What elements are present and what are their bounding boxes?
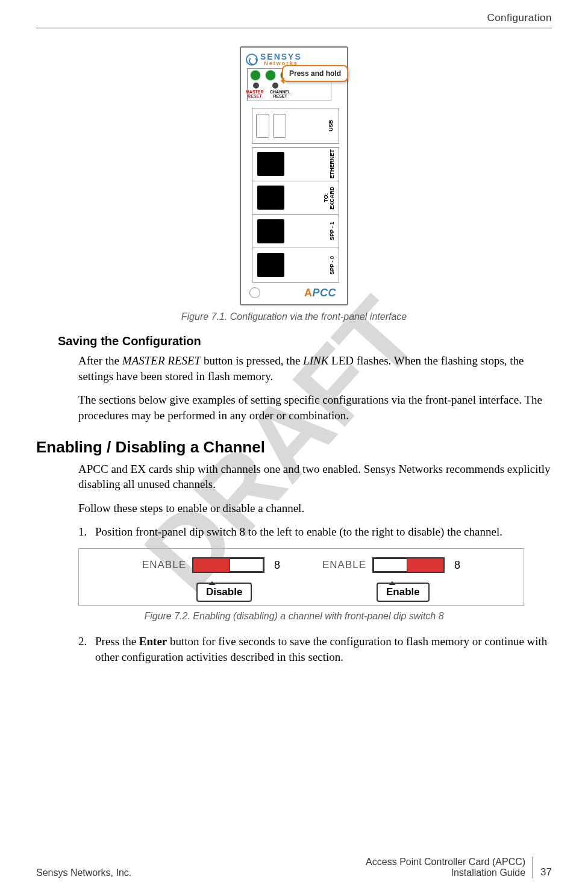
heading-enable-disable: Enabling / Disabling a Channel	[36, 438, 552, 457]
page-footer: Sensys Networks, Inc. Access Point Contr…	[36, 857, 552, 878]
enable-label: ENABLE	[142, 559, 186, 571]
spp0-port[interactable]	[257, 253, 284, 277]
mounting-hole-icon	[249, 287, 260, 298]
footer-doc-title: Access Point Controller Card (APCC)	[366, 857, 525, 867]
switch-number: 8	[274, 559, 280, 572]
led-indicator	[251, 70, 260, 80]
paragraph: Follow these steps to enable or disable …	[78, 501, 552, 516]
spp1-port[interactable]	[257, 219, 284, 243]
footer-company: Sensys Networks, Inc.	[36, 867, 131, 878]
apcc-logo: APCC	[304, 287, 336, 299]
paragraph: APCC and EX cards ship with channels one…	[78, 461, 552, 492]
excard-label: TO: EXCARD	[323, 181, 335, 214]
label-channel-reset: CHANNELRESET	[270, 90, 290, 98]
led-indicator	[266, 70, 275, 80]
step-1: 1. Position front-panel dip switch 8 to …	[78, 524, 552, 540]
header-section: Configuration	[36, 12, 552, 28]
excard-port[interactable]	[257, 186, 284, 210]
page-number: 37	[533, 866, 552, 878]
master-reset-button[interactable]	[253, 83, 259, 89]
figure-7-1-caption: Figure 7.1. Configuration via the front-…	[36, 311, 552, 322]
spp0-label: SPP - 0	[329, 256, 335, 275]
usb-label: USB	[328, 120, 334, 131]
enable-label: ENABLE	[322, 559, 366, 571]
disable-tag: Disable	[196, 583, 252, 602]
dip-switch-enable[interactable]	[372, 557, 445, 573]
figure-7-2: ENABLE 8 Disable ENABLE 8 Enable	[78, 548, 524, 606]
paragraph: The sections below give examples of sett…	[78, 392, 552, 423]
header-rule	[36, 28, 552, 28]
dip-switch-disable[interactable]	[192, 557, 264, 573]
enable-tag: Enable	[377, 583, 430, 602]
footer-doc-subtitle: Installation Guide	[366, 867, 525, 878]
switch-number: 8	[454, 559, 460, 572]
ethernet-label: ETHERNET	[329, 149, 335, 179]
sensys-logo-icon	[246, 54, 258, 66]
step-2: 2. Press the Enter button for five secon…	[78, 634, 552, 664]
paragraph: After the MASTER RESET button is pressed…	[78, 353, 552, 384]
ethernet-port[interactable]	[257, 152, 284, 176]
heading-saving-config: Saving the Configuration	[58, 334, 552, 348]
device-front-panel: SENSYS Networks MASTERRESET	[240, 46, 348, 305]
figure-7-2-caption: Figure 7.2. Enabling (disabling) a chann…	[36, 611, 552, 622]
figure-7-1: SENSYS Networks MASTERRESET	[36, 46, 552, 322]
label-master-reset: MASTERRESET	[246, 90, 264, 98]
press-and-hold-callout: Press and hold	[282, 65, 348, 82]
spp1-label: SPP - 1	[329, 222, 335, 240]
logo-text-line1: SENSYS	[260, 52, 302, 61]
